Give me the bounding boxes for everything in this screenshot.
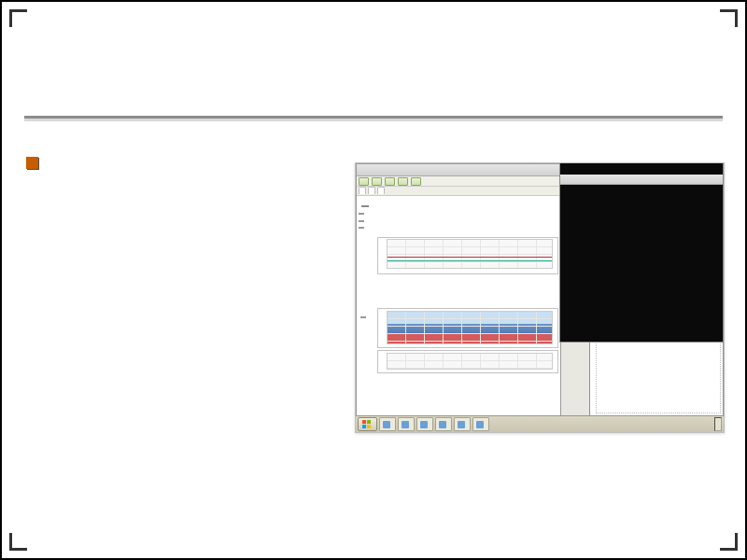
report-header: [359, 194, 558, 208]
taskbar: [356, 415, 724, 432]
start-button[interactable]: [358, 417, 377, 431]
cpu-chart: [377, 308, 558, 348]
browser-toolbar: [357, 176, 560, 187]
chart-legend: [379, 271, 557, 273]
nav-reload-icon[interactable]: [385, 177, 395, 186]
axis-labels: [359, 233, 377, 274]
nav-back-icon[interactable]: [359, 177, 369, 186]
taskbar-item[interactable]: [435, 417, 452, 431]
slide-body: [24, 140, 353, 149]
system-tray: [714, 417, 722, 431]
corner-decoration: [9, 9, 27, 27]
browser-titlebar: [357, 164, 560, 176]
app-icon: [476, 421, 484, 428]
memory-chart: [377, 350, 558, 373]
node-picker: [360, 314, 366, 319]
terminal-window: [559, 162, 724, 343]
taskbar-item[interactable]: [472, 417, 489, 431]
terminal-output: [560, 198, 723, 344]
corner-decoration: [720, 9, 738, 27]
last-select[interactable]: [359, 220, 364, 222]
sorted-select[interactable]: [359, 227, 364, 229]
bookmark-link[interactable]: [377, 187, 385, 194]
get-fresh-data-button[interactable]: [361, 205, 369, 207]
windows-logo-icon: [362, 420, 371, 428]
terminal-titlebar: [560, 175, 723, 185]
nav-forward-icon[interactable]: [372, 177, 382, 186]
report-controls: [359, 210, 558, 231]
load-series-line: [388, 257, 552, 258]
app-icon: [402, 421, 409, 428]
corner-decoration: [720, 533, 738, 551]
bookmark-link[interactable]: [368, 187, 375, 194]
ganglia-report: [359, 194, 558, 413]
title-underline: [24, 116, 723, 119]
app-icon: [420, 421, 428, 428]
nav-home-icon[interactable]: [411, 177, 421, 186]
browser-window: [356, 163, 561, 416]
corner-decoration: [9, 533, 27, 551]
app-icon: [383, 421, 390, 428]
nav-stop-icon[interactable]: [398, 177, 408, 186]
taskbar-item[interactable]: [454, 417, 471, 431]
metric-select[interactable]: [359, 213, 364, 215]
taskbar-item[interactable]: [416, 417, 433, 431]
taskbar-item[interactable]: [379, 417, 396, 431]
taskbar-item[interactable]: [398, 417, 415, 431]
app-icon: [439, 421, 446, 428]
app-icon: [458, 421, 465, 428]
desktop-screenshot: [355, 162, 725, 433]
load-series-line: [388, 260, 552, 261]
bookmark-link[interactable]: [359, 187, 366, 194]
node-select[interactable]: [360, 316, 366, 318]
load-chart: [377, 237, 558, 274]
